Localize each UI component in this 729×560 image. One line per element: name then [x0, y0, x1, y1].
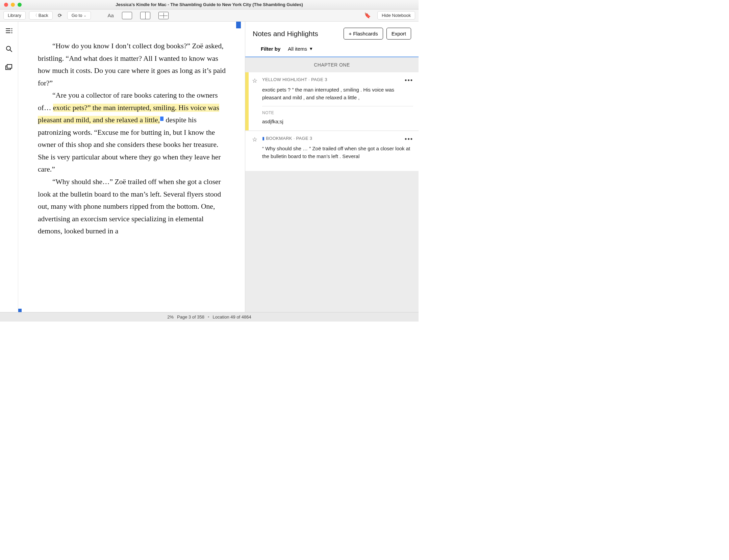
- highlight-color-stripe: [245, 72, 249, 130]
- traffic-lights: [0, 3, 22, 7]
- status-percent: 2%: [167, 314, 174, 320]
- bookmark-page-marker[interactable]: [236, 22, 241, 28]
- svg-point-6: [6, 46, 10, 50]
- status-page: Page 3 of 358: [177, 314, 204, 320]
- progress-marker: [18, 309, 22, 312]
- flashcards-button[interactable]: + Flashcards: [344, 28, 383, 40]
- filter-label: Filter by: [261, 46, 280, 52]
- star-toggle[interactable]: ☆: [249, 131, 261, 171]
- svg-point-4: [11, 30, 12, 31]
- chapter-heading: CHAPTER ONE: [245, 57, 419, 72]
- window-title: Jessica's Kindle for Mac - The Shambling…: [0, 2, 419, 7]
- note-label: NOTE: [262, 110, 413, 115]
- reader-content: “How do you know I don’t collect dog boo…: [18, 22, 245, 251]
- toolbar: Library 〈 Back ⟳ Go to ⌄ Aa: [0, 9, 419, 22]
- separator-dot: •: [208, 314, 209, 320]
- goto-label: Go to: [72, 13, 82, 18]
- chevron-left-icon: 〈: [33, 13, 37, 18]
- minimize-window-button[interactable]: [11, 3, 15, 7]
- left-rail: [0, 22, 18, 312]
- goto-button[interactable]: Go to ⌄: [67, 11, 91, 20]
- item-excerpt: “ Why should she … ” Zoë trailed off whe…: [262, 145, 413, 160]
- view-two-button[interactable]: [137, 10, 153, 21]
- zoom-window-button[interactable]: [18, 3, 22, 7]
- separator: [262, 106, 413, 106]
- paragraph: “Are you a collector of rare books cater…: [38, 89, 227, 176]
- bookmark-icon: 🔖: [364, 12, 371, 19]
- item-menu-button[interactable]: •••: [405, 136, 413, 143]
- notebook-panel: Notes and Highlights + Flashcards Export…: [245, 22, 419, 312]
- bookmark-item[interactable]: ☆ ••• ▮BOOKMARK · PAGE 3 “ Why should sh…: [245, 131, 419, 171]
- aa-icon: Aa: [107, 12, 114, 18]
- status-location: Location 49 of 4864: [213, 314, 251, 320]
- filter-value: All items: [288, 46, 307, 52]
- notebook-title: Notes and Highlights: [253, 30, 340, 38]
- item-kind: ▮BOOKMARK · PAGE 3: [262, 136, 413, 141]
- library-label: Library: [8, 13, 21, 18]
- filter-dropdown[interactable]: All items ▾: [288, 46, 312, 52]
- back-button[interactable]: 〈 Back: [29, 11, 53, 20]
- hide-notebook-label: Hide Notebook: [382, 13, 411, 18]
- back-label: Back: [39, 13, 48, 18]
- grid-icon: [158, 12, 169, 19]
- font-settings-button[interactable]: Aa: [104, 11, 117, 20]
- library-button[interactable]: Library: [3, 11, 26, 20]
- titlebar: Jessica's Kindle for Mac - The Shambling…: [0, 0, 419, 9]
- paragraph: “Why should she…” Zoë trailed off when s…: [38, 176, 227, 237]
- item-excerpt: exotic pets ? ” the man interrupted , sm…: [262, 86, 413, 101]
- view-grid-button[interactable]: [155, 10, 172, 21]
- refresh-icon: ⟳: [58, 12, 62, 19]
- paragraph: “How do you know I don’t collect dog boo…: [38, 40, 227, 89]
- view-mode-group: [119, 10, 172, 21]
- bookmark-toolbar-button[interactable]: 🔖: [361, 10, 374, 20]
- item-menu-button[interactable]: •••: [405, 77, 413, 84]
- single-page-icon: [122, 12, 132, 19]
- star-toggle[interactable]: ☆: [249, 72, 261, 130]
- notebook-body[interactable]: CHAPTER ONE ☆ ••• YELLOW HIGHLIGHT · PAG…: [245, 57, 419, 312]
- notebook-header: Notes and Highlights + Flashcards Export: [245, 22, 419, 44]
- main-area: “How do you know I don’t collect dog boo…: [0, 22, 419, 312]
- item-kind: YELLOW HIGHLIGHT · PAGE 3: [262, 77, 413, 82]
- reader-pane[interactable]: “How do you know I don’t collect dog boo…: [18, 22, 245, 312]
- bookmark-small-icon: ▮: [262, 136, 265, 141]
- svg-rect-9: [7, 65, 12, 68]
- status-bar: 2% Page 3 of 358 • Location 49 of 4864: [0, 312, 419, 322]
- two-page-icon: [140, 12, 150, 19]
- export-button[interactable]: Export: [386, 28, 411, 40]
- svg-point-3: [11, 28, 12, 29]
- note-text: asdjfka;sj: [262, 119, 413, 124]
- highlight-item[interactable]: ☆ ••• YELLOW HIGHLIGHT · PAGE 3 exotic p…: [245, 72, 419, 130]
- view-single-button[interactable]: [119, 10, 135, 21]
- hide-notebook-button[interactable]: Hide Notebook: [377, 11, 415, 20]
- chevron-down-icon: ⌄: [83, 13, 86, 18]
- toc-icon[interactable]: [5, 28, 13, 35]
- notebook-filter: Filter by All items ▾: [245, 44, 419, 56]
- note-marker-icon[interactable]: [160, 117, 164, 121]
- close-window-button[interactable]: [4, 3, 8, 7]
- sync-button[interactable]: ⟳: [55, 11, 65, 20]
- svg-line-7: [10, 50, 12, 52]
- search-icon[interactable]: [6, 46, 12, 54]
- item-stripe: [245, 131, 249, 171]
- svg-point-5: [11, 32, 12, 33]
- caret-down-icon: ▾: [310, 46, 312, 52]
- flashcards-rail-icon[interactable]: [5, 64, 13, 72]
